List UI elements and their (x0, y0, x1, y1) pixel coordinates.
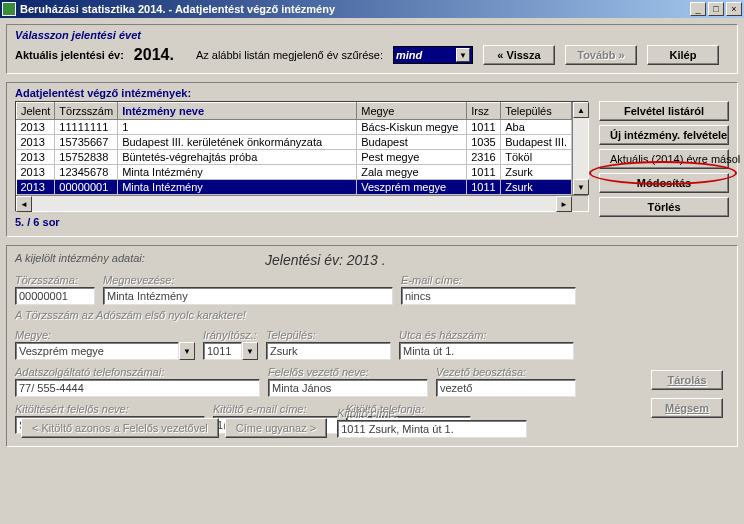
megye-input[interactable]: Veszprém megye (15, 342, 179, 360)
year-select-panel: Válasszon jelentési évet Aktuális jelent… (6, 24, 738, 74)
scroll-left-icon[interactable]: ◄ (16, 196, 32, 212)
atel-input[interactable]: 77/ 555-4444 (15, 379, 260, 397)
atel-label: Adatszolgáltató telefonszámai: (15, 366, 260, 378)
utca-input[interactable]: Minta út 1. (399, 342, 574, 360)
titlebar: Beruházási statisztika 2014. - Adatjelen… (0, 0, 744, 18)
cancel-button: Mégsem (651, 398, 723, 418)
delete-button[interactable]: Törlés (599, 197, 729, 217)
row-count: 5. / 6 sor (15, 216, 589, 228)
year-filter-combo[interactable]: mind ▼ (393, 46, 473, 64)
copy-to-current-year-button[interactable]: Aktuális (2014) évre másol (599, 149, 729, 169)
torzs-hint: A Törzsszám az Adószám első nyolc karakt… (15, 309, 729, 321)
table-row[interactable]: 201315752838Büntetés-végrehajtás próbaPe… (17, 150, 572, 165)
torzs-label: Törzsszáma: (15, 274, 95, 286)
col-irsz[interactable]: Irsz (467, 103, 501, 120)
col-megye[interactable]: Megye (357, 103, 467, 120)
table-row[interactable]: 201315735667Budapest III. kerületének ön… (17, 135, 572, 150)
new-institution-button[interactable]: Új intézmény. felvétele (599, 125, 729, 145)
col-intezmeny[interactable]: Intézmény neve (118, 103, 357, 120)
telepules-input[interactable]: Zsurk (266, 342, 391, 360)
irsz-input[interactable]: 1011 (203, 342, 242, 360)
grid-title: Adatjelentést végző intézmények: (15, 87, 589, 99)
scroll-up-icon[interactable]: ▲ (573, 102, 589, 118)
current-year-value: 2014. (134, 46, 174, 64)
fvez-input[interactable]: Minta János (268, 379, 428, 397)
copy-from-manager-button: < Kitöltő azonos a Felelős vezetővel (21, 418, 219, 438)
chevron-down-icon[interactable]: ▼ (242, 342, 258, 360)
scroll-down-icon[interactable]: ▼ (573, 179, 589, 195)
copy-address-button: Címe ugyanaz > (225, 418, 327, 438)
window-title: Beruházási statisztika 2014. - Adatjelen… (20, 3, 690, 15)
table-header-row: Jelent Törzsszám Intézmény neve Megye Ir… (17, 103, 572, 120)
kcim-label: Kitöltő címe: (337, 407, 527, 419)
megye-label: Megye: (15, 329, 195, 341)
table-row[interactable]: 2013111111111Bács-Kiskun megye1011Aba (17, 120, 572, 135)
minimize-button[interactable]: _ (690, 2, 706, 16)
back-button[interactable]: « Vissza (483, 45, 555, 65)
app-icon (2, 2, 16, 16)
side-button-group: Felvétel listáról Új intézmény. felvétel… (599, 87, 729, 228)
email-label: E-mail címe: (401, 274, 576, 286)
vbeo-label: Vezető beosztása: (436, 366, 576, 378)
current-year-label: Aktuális jelentési év: (15, 49, 124, 61)
table-row[interactable]: 201300000001Minta IntézményVeszprém megy… (17, 180, 572, 195)
scroll-right-icon[interactable]: ► (556, 196, 572, 212)
vbeo-input[interactable]: vezető (436, 379, 576, 397)
detail-heading: A kijelölt intézmény adatai: (15, 252, 235, 268)
horizontal-scrollbar[interactable]: ◄ ► (16, 195, 588, 211)
col-torzsszam[interactable]: Törzsszám (55, 103, 118, 120)
chevron-down-icon[interactable]: ▼ (179, 342, 195, 360)
modify-button[interactable]: Módosítás (599, 173, 729, 193)
next-button: Tovább » (565, 45, 637, 65)
utca-label: Utca és házszám: (399, 329, 574, 341)
institutions-panel: Adatjelentést végző intézmények: Jelent … (6, 82, 738, 237)
telepules-label: Település: (266, 329, 391, 341)
panel-heading: Válasszon jelentési évet (15, 29, 729, 41)
email-input[interactable]: nincs (401, 287, 576, 305)
save-button: Tárolás (651, 370, 723, 390)
institutions-grid[interactable]: Jelent Törzsszám Intézmény neve Megye Ir… (15, 101, 589, 212)
chevron-down-icon: ▼ (456, 48, 470, 62)
megn-label: Megnevezése: (103, 274, 393, 286)
irsz-label: Irányítósz.: (203, 329, 258, 341)
table-row[interactable]: 201312345678Minta IntézményZala megye101… (17, 165, 572, 180)
kcim-input[interactable]: 1011 Zsurk, Minta út 1. (337, 420, 527, 438)
exit-button[interactable]: Kilép (647, 45, 719, 65)
detail-year: Jelentési év: 2013 . (265, 252, 386, 268)
vertical-scrollbar[interactable]: ▲ ▼ (572, 102, 588, 195)
col-jelent[interactable]: Jelent (17, 103, 55, 120)
megn-input[interactable]: Minta Intézmény (103, 287, 393, 305)
pick-from-list-button[interactable]: Felvétel listáról (599, 101, 729, 121)
col-telepules[interactable]: Település (501, 103, 572, 120)
torzs-input[interactable]: 00000001 (15, 287, 95, 305)
maximize-button[interactable]: □ (708, 2, 724, 16)
detail-panel: A kijelölt intézmény adatai: Jelentési é… (6, 245, 738, 447)
filter-label: Az alábbi listán megjelenő év szűrése: (196, 49, 383, 61)
close-button[interactable]: × (726, 2, 742, 16)
fvez-label: Felelős vezető neve: (268, 366, 428, 378)
